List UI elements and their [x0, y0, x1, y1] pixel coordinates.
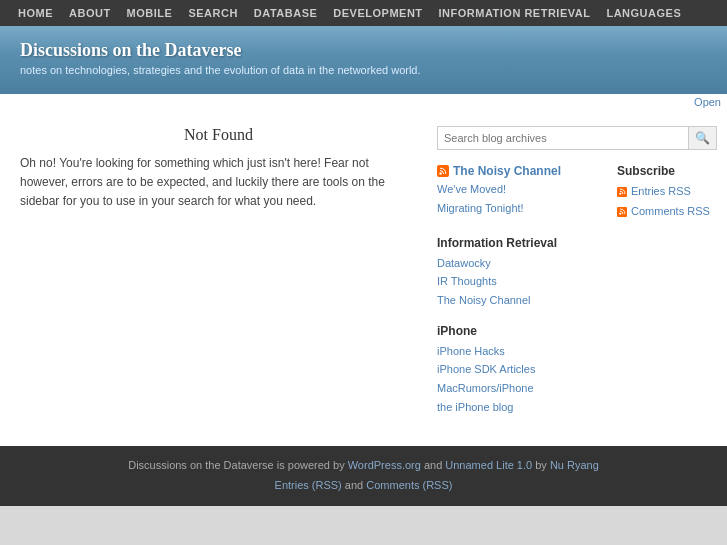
- ir-thoughts-link[interactable]: IR Thoughts: [437, 272, 717, 291]
- footer-author-link[interactable]: Nu Ryang: [550, 459, 599, 471]
- footer-powered-text: Discussions on the Dataverse is powered …: [128, 459, 348, 471]
- iphone-blog-link[interactable]: the iPhone blog: [437, 398, 717, 417]
- nav-database[interactable]: DATABASE: [246, 7, 325, 19]
- content-area: Not Found Oh no! You're looking for some…: [0, 110, 727, 446]
- search-button[interactable]: 🔍: [688, 127, 716, 149]
- below-fold-area: [0, 506, 727, 545]
- rss-noisy-section: The Noisy Channel We've Moved! Migrating…: [437, 164, 717, 222]
- sidebar: 🔍 The Noisy Channel: [437, 126, 717, 430]
- footer-line1: Discussions on the Dataverse is powered …: [10, 456, 717, 476]
- footer-entries-rss-link[interactable]: Entries (RSS): [275, 479, 342, 491]
- information-retrieval-section: Information Retrieval Datawocky IR Thoug…: [437, 236, 717, 310]
- open-button[interactable]: Open: [0, 94, 727, 110]
- entries-rss-label: Entries RSS: [631, 182, 691, 202]
- rss-icon-noisy: [437, 165, 449, 177]
- subscribe-title: Subscribe: [617, 164, 717, 178]
- svg-point-2: [619, 213, 621, 215]
- comments-rss-icon: [617, 207, 627, 217]
- search-input[interactable]: [438, 128, 688, 148]
- top-navigation: HOME ABOUT MOBILE SEARCH DATABASE DEVELO…: [0, 0, 727, 26]
- iphone-hacks-link[interactable]: iPhone Hacks: [437, 342, 717, 361]
- nav-information-retrieval[interactable]: INFORMATION RETRIEVAL: [431, 7, 599, 19]
- comments-rss-label: Comments RSS: [631, 202, 710, 222]
- svg-point-1: [619, 193, 621, 195]
- nav-development[interactable]: DEVELOPMENT: [325, 7, 430, 19]
- page-wrapper: HOME ABOUT MOBILE SEARCH DATABASE DEVELO…: [0, 0, 727, 506]
- iphone-section: iPhone iPhone Hacks iPhone SDK Articles …: [437, 324, 717, 417]
- noisy-channel-section: The Noisy Channel We've Moved! Migrating…: [437, 164, 617, 222]
- footer-line2: Entries (RSS) and Comments (RSS): [10, 476, 717, 496]
- svg-point-0: [439, 172, 441, 174]
- macrumors-link[interactable]: MacRumors/iPhone: [437, 379, 717, 398]
- nav-search[interactable]: SEARCH: [180, 7, 245, 19]
- search-container: 🔍: [437, 126, 717, 150]
- footer-and2: and: [342, 479, 366, 491]
- nav-mobile[interactable]: MOBILE: [119, 7, 181, 19]
- footer-by-text: by: [532, 459, 550, 471]
- nav-languages[interactable]: LANGUAGES: [598, 7, 689, 19]
- noisy-channel-ir-link[interactable]: The Noisy Channel: [437, 291, 717, 310]
- nav-about[interactable]: ABOUT: [61, 7, 119, 19]
- footer-comments-rss-link[interactable]: Comments (RSS): [366, 479, 452, 491]
- iphone-sdk-link[interactable]: iPhone SDK Articles: [437, 360, 717, 379]
- iphone-header: iPhone: [437, 324, 717, 338]
- noisy-channel-migrating-link[interactable]: Migrating Tonight!: [437, 199, 617, 218]
- site-header: Discussions on the Dataverse notes on te…: [0, 26, 727, 94]
- site-title: Discussions on the Dataverse: [20, 40, 707, 61]
- noisy-channel-moved-link[interactable]: We've Moved!: [437, 180, 617, 199]
- footer-and-text: and: [421, 459, 445, 471]
- entries-rss-icon: [617, 187, 627, 197]
- not-found-text: Oh no! You're looking for something whic…: [20, 154, 417, 212]
- footer-unnamed-link[interactable]: Unnamed Lite 1.0: [445, 459, 532, 471]
- site-footer: Discussions on the Dataverse is powered …: [0, 446, 727, 506]
- datawocky-link[interactable]: Datawocky: [437, 254, 717, 273]
- not-found-title: Not Found: [20, 126, 417, 144]
- information-retrieval-header: Information Retrieval: [437, 236, 717, 250]
- footer-wordpress-link[interactable]: WordPress.org: [348, 459, 421, 471]
- subscribe-section: Subscribe Entries RSS: [617, 164, 717, 222]
- main-content: Not Found Oh no! You're looking for some…: [10, 126, 437, 430]
- entries-rss-link[interactable]: Entries RSS: [617, 182, 717, 202]
- site-subtitle: notes on technologies, strategies and th…: [20, 64, 707, 76]
- nav-home[interactable]: HOME: [10, 7, 61, 19]
- noisy-channel-link[interactable]: The Noisy Channel: [437, 164, 617, 178]
- comments-rss-link[interactable]: Comments RSS: [617, 202, 717, 222]
- noisy-channel-title: The Noisy Channel: [453, 164, 561, 178]
